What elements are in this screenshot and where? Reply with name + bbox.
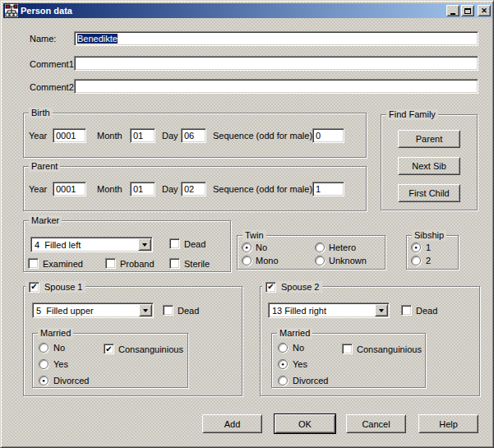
comment1-input[interactable] <box>74 56 478 71</box>
marker-dead-label[interactable]: Dead <box>184 239 205 250</box>
birth-month-label: Month <box>97 131 122 141</box>
twin-radio-unknown-label[interactable]: Unknown <box>329 256 367 266</box>
parent-year-input[interactable]: 0001 <box>53 182 86 196</box>
spouse2-married-group-title: Married <box>277 328 312 339</box>
spouse1-marker-select-arrow-button[interactable] <box>139 304 152 316</box>
birth-group-title: Birth <box>29 108 53 118</box>
sibship-group-title: Sibship <box>412 230 446 241</box>
sterile-label[interactable]: Sterile <box>184 259 210 270</box>
sibship-radio-2-label[interactable]: 2 <box>426 256 431 266</box>
chevron-down-icon <box>143 309 148 312</box>
spouse2-married-radio-yes-label[interactable]: Yes <box>293 359 307 370</box>
cancel-button[interactable]: Cancel <box>346 414 406 433</box>
sibship-radio-2[interactable] <box>411 256 421 266</box>
comment1-label: Comment1: <box>30 59 76 70</box>
spouse2-label[interactable]: Spouse 2 <box>281 282 319 292</box>
spouse1-married-radio-yes[interactable] <box>39 359 48 369</box>
name-selected-text: Benedikte <box>77 34 118 44</box>
spouse2-consanguinious-label[interactable]: Consanguinious <box>357 344 422 355</box>
examined-checkbox[interactable] <box>28 258 39 269</box>
minimize-icon <box>450 13 455 15</box>
comment2-input[interactable] <box>74 79 478 94</box>
spouse1-marker-select[interactable]: 5 Filled upper <box>32 303 154 318</box>
twin-radio-mono-label[interactable]: Mono <box>256 256 279 266</box>
parent-month-input[interactable]: 01 <box>130 182 155 196</box>
birth-month-input[interactable]: 01 <box>130 128 155 143</box>
chevron-down-icon <box>379 309 384 312</box>
spouse2-dead-label[interactable]: Dead <box>416 306 437 316</box>
spouse1-married-radio-divorced-label[interactable]: Divorced <box>53 376 89 386</box>
birth-year-label: Year <box>29 131 47 141</box>
twin-radio-no-label[interactable]: No <box>256 242 267 253</box>
comment2-label: Comment2: <box>30 82 76 93</box>
spouse1-dead-label[interactable]: Dead <box>178 306 199 316</box>
help-button[interactable]: Help <box>418 414 478 433</box>
parent-sequence-input[interactable]: 1 <box>312 182 344 196</box>
twin-group-title: Twin <box>242 230 266 241</box>
ok-button[interactable]: OK <box>275 414 335 433</box>
maximize-button[interactable] <box>461 5 474 16</box>
spouse2-married-radio-no[interactable] <box>278 343 288 353</box>
add-button[interactable]: Add <box>202 414 262 433</box>
close-button[interactable]: ✕ <box>478 5 491 16</box>
twin-radio-mono[interactable] <box>242 256 252 266</box>
parent-group-title: Parent <box>29 161 60 172</box>
proband-checkbox[interactable] <box>105 258 116 269</box>
spouse2-marker-select-arrow-button[interactable] <box>375 304 388 316</box>
spouse2-marker-select-value: 13 Filled right <box>269 306 375 316</box>
spouse2-dead-checkbox[interactable] <box>401 305 412 316</box>
marker-select-arrow-button[interactable] <box>138 238 151 251</box>
spouse2-married-radio-no-label[interactable]: No <box>293 343 304 353</box>
maximize-icon <box>464 8 471 14</box>
spouse2-marker-select[interactable]: 13 Filled right <box>268 303 390 318</box>
spouse2-married-radio-divorced-label[interactable]: Divorced <box>293 376 328 386</box>
birth-year-input[interactable]: 0001 <box>53 128 86 143</box>
spouse1-married-radio-no[interactable] <box>39 343 48 353</box>
marker-group-title: Marker <box>29 215 62 226</box>
name-input[interactable]: Benedikte <box>74 31 478 46</box>
spouse1-checkbox-row[interactable]: ✔ Spouse 1 <box>25 281 85 293</box>
birth-day-input[interactable]: 06 <box>181 128 206 143</box>
parent-sequence-label: Sequence (odd for male) <box>213 184 312 195</box>
proband-label[interactable]: Proband <box>120 259 155 270</box>
name-label: Name: <box>30 34 56 44</box>
spouse1-married-radio-yes-label[interactable]: Yes <box>53 359 68 370</box>
parent-month-label: Month <box>97 184 122 195</box>
spouse2-checkbox-row[interactable]: ✔ Spouse 2 <box>262 281 322 293</box>
sibship-radio-1[interactable]: ● <box>411 242 421 252</box>
sterile-checkbox[interactable] <box>169 258 180 269</box>
pedigree-app-icon <box>5 4 18 17</box>
minimize-button[interactable] <box>446 5 459 16</box>
window-title: Person data <box>21 6 445 16</box>
spouse1-married-group-title: Married <box>38 328 73 339</box>
spouse1-marker-select-value: 5 Filled upper <box>33 306 139 316</box>
spouse1-label[interactable]: Spouse 1 <box>44 282 82 292</box>
first-child-button[interactable]: First Child <box>398 184 460 202</box>
spouse1-married-radio-divorced[interactable]: ● <box>39 376 48 386</box>
marker-dead-checkbox[interactable] <box>169 238 180 249</box>
person-data-dialog: Person data ✕ Name: Benedikte Comment1: … <box>0 0 494 448</box>
spouse2-married-radio-divorced[interactable] <box>278 376 288 386</box>
marker-select[interactable]: 4 Filled left <box>30 237 153 252</box>
spouse1-checkbox[interactable]: ✔ <box>29 282 39 293</box>
twin-radio-hetero-label[interactable]: Hetero <box>329 242 356 253</box>
twin-radio-unknown[interactable] <box>315 256 325 266</box>
spouse1-dead-checkbox[interactable] <box>163 305 173 316</box>
spouse2-married-radio-yes[interactable]: ● <box>278 359 288 369</box>
spouse1-consanguinious-checkbox[interactable]: ✔ <box>104 344 114 354</box>
titlebar: Person data ✕ <box>3 3 492 18</box>
parent-day-input[interactable]: 02 <box>181 182 206 196</box>
spouse1-married-radio-no-label[interactable]: No <box>53 343 65 353</box>
parent-year-label: Year <box>29 184 47 195</box>
examined-label[interactable]: Examined <box>43 259 83 270</box>
twin-radio-hetero[interactable] <box>315 242 325 252</box>
spouse2-checkbox[interactable]: ✔ <box>265 282 276 293</box>
spouse2-consanguinious-checkbox[interactable] <box>342 344 353 354</box>
next-sib-button[interactable]: Next Sib <box>398 157 460 175</box>
twin-radio-no[interactable]: ● <box>242 242 252 252</box>
sibship-radio-1-label[interactable]: 1 <box>426 242 431 253</box>
birth-sequence-input[interactable]: 0 <box>312 128 344 143</box>
birth-day-label: Day <box>162 131 178 141</box>
find-parent-button[interactable]: Parent <box>398 130 460 148</box>
spouse1-consanguinious-label[interactable]: Consanguinious <box>118 344 183 355</box>
